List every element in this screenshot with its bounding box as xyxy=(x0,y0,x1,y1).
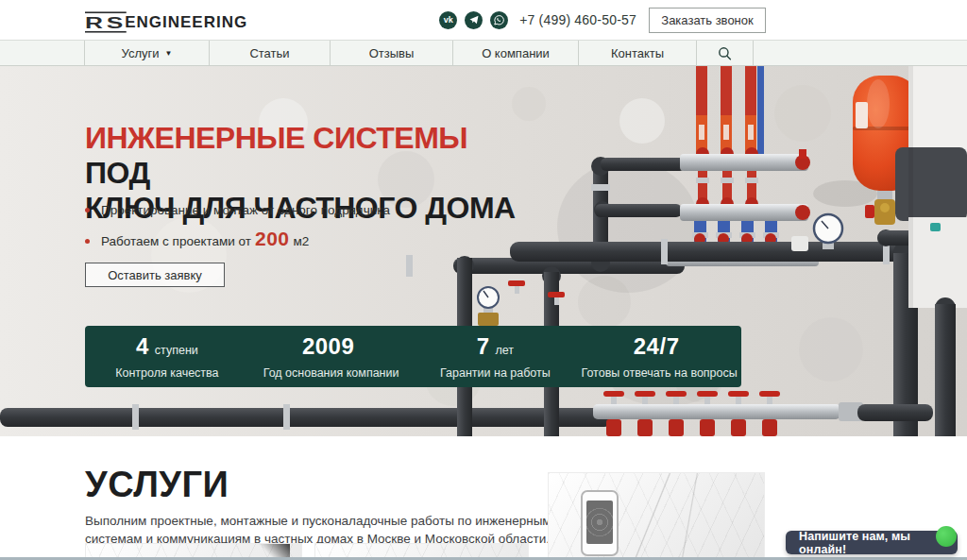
stat-support-label: Готовы отвечать на вопросы xyxy=(577,366,741,380)
stat-founded-label: Год основания компании xyxy=(249,366,414,380)
vk-icon[interactable]: vk xyxy=(439,11,457,29)
nav-item-about-label: О компании xyxy=(482,46,550,60)
hero-section: ИНЖЕНЕРНЫЕ СИСТЕМЫ ПОД КЛЮЧ ДЛЯ ЧАСТНОГО… xyxy=(0,66,967,436)
nav-item-articles[interactable]: Статьи xyxy=(210,41,331,65)
hero-title-red: ИНЖЕНЕРНЫЕ СИСТЕМЫ xyxy=(85,121,467,155)
whatsapp-icon[interactable] xyxy=(490,11,508,29)
services-title: УСЛУГИ xyxy=(85,465,229,505)
nav-filler xyxy=(754,41,967,65)
nav-spacer xyxy=(0,41,85,65)
header-contacts: vk +7 (499) 460-50-57 xyxy=(439,0,636,40)
stat-support-value: 24/7 xyxy=(634,333,680,360)
nav-item-reviews-label: Отзывы xyxy=(369,46,415,60)
smart-home-phone-sketch xyxy=(581,490,619,556)
hero-title-dark-tail: ПОД xyxy=(85,156,150,190)
nav-item-reviews[interactable]: Отзывы xyxy=(331,41,453,65)
hero-bullet-2-value: 200 xyxy=(255,228,290,250)
search-button[interactable] xyxy=(697,41,754,65)
nav-item-contacts[interactable]: Контакты xyxy=(579,41,697,65)
hero-bullets: Проектирование и монтаж от одного подряд… xyxy=(85,203,390,261)
chat-online-message: Напишите нам, мы онлайн! xyxy=(799,530,958,556)
stat-quality-suffix: ступени xyxy=(155,344,198,357)
stat-warranty-suffix: лет xyxy=(496,344,515,357)
stat-founded: 2009 Год основания компании xyxy=(249,333,414,380)
logo-mark: RS xyxy=(85,11,127,32)
search-icon xyxy=(718,46,732,60)
nav-item-contacts-label: Контакты xyxy=(611,46,664,60)
chat-widget[interactable]: Напишите нам, мы онлайн! xyxy=(786,531,958,554)
telegram-icon[interactable] xyxy=(465,11,483,29)
stat-warranty-value: 7 xyxy=(477,333,490,360)
stat-founded-value: 2009 xyxy=(302,333,354,360)
nav-item-services-label: Услуги xyxy=(122,46,160,60)
chevron-down-icon: ▼ xyxy=(165,49,173,58)
stat-quality: 4 ступени Контроля качества xyxy=(85,333,249,380)
order-call-button[interactable]: Заказать звонок xyxy=(649,8,766,33)
company-logo[interactable]: RS ENGINEERING xyxy=(85,9,247,35)
phone-number[interactable]: +7 (499) 460-50-57 xyxy=(519,12,636,27)
stat-quality-label: Контроля качества xyxy=(85,366,249,380)
stat-quality-value: 4 xyxy=(136,333,149,360)
hero-bullet-2: Работаем с проектами от 200 м2 xyxy=(85,228,390,250)
nav-item-services[interactable]: Услуги ▼ xyxy=(85,41,210,65)
hero-bullet-1-text: Проектирование и монтаж от одного подряд… xyxy=(101,203,390,217)
main-navigation: Услуги ▼ Статьи Отзывы О компании Контак… xyxy=(0,40,967,66)
chat-online-indicator-icon xyxy=(936,526,957,547)
stat-warranty-label: Гарантии на работы xyxy=(414,366,578,380)
social-links: vk xyxy=(439,11,508,29)
hero-bullet-2-after: м2 xyxy=(294,234,310,248)
leave-request-button[interactable]: Оставить заявку xyxy=(85,263,225,287)
hero-bullet-1: Проектирование и монтаж от одного подряд… xyxy=(85,203,390,217)
page: RS ENGINEERING vk +7 (499) 460-50-57 Зак… xyxy=(0,0,967,560)
logo-text: ENGINEERING xyxy=(125,13,247,32)
nav-item-articles-label: Статьи xyxy=(249,46,289,60)
thermostat-screen xyxy=(586,501,613,544)
stat-warranty: 7 лет Гарантии на работы xyxy=(414,333,578,380)
top-header: RS ENGINEERING vk +7 (499) 460-50-57 Зак… xyxy=(0,0,967,40)
stats-bar: 4 ступени Контроля качества 2009 Год осн… xyxy=(85,326,741,387)
service-card-image[interactable] xyxy=(548,472,765,560)
bullet-dot-icon xyxy=(85,208,90,212)
bullet-dot-icon xyxy=(85,239,90,244)
stat-support: 24/7 Готовы отвечать на вопросы xyxy=(577,333,741,380)
nav-item-about[interactable]: О компании xyxy=(453,41,579,65)
hero-bullet-2-before: Работаем с проектами от xyxy=(101,234,251,248)
